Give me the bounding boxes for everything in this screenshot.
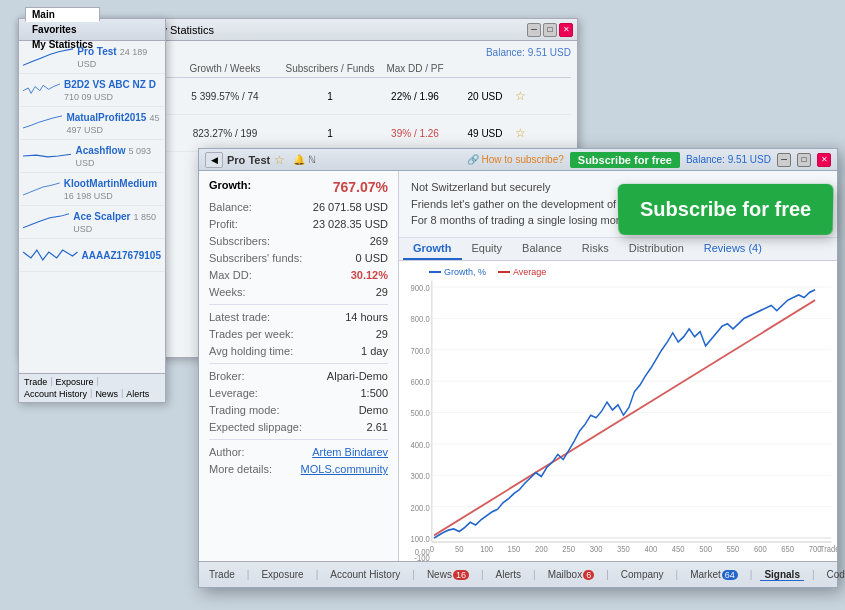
- mini-chart: [23, 143, 71, 169]
- minimize-button[interactable]: ─: [527, 23, 541, 37]
- mini-signal-name: AAAAZ17679105: [82, 250, 162, 261]
- stat-trades-per-week: Trades per week: 29: [209, 328, 388, 340]
- tab-news[interactable]: News: [92, 388, 121, 400]
- stat-author: Author: Artem Bindarev: [209, 446, 388, 458]
- mini-chart: [23, 77, 60, 103]
- stat-weeks: Weeks: 29: [209, 286, 388, 298]
- mini-signal-item[interactable]: B2D2 VS ABC NZ D 710 09 USD: [19, 74, 165, 107]
- tab-growth[interactable]: Growth: [403, 238, 462, 260]
- tab-equity[interactable]: Equity: [462, 238, 513, 260]
- svg-text:350: 350: [617, 543, 630, 554]
- svg-text:500: 500: [699, 543, 712, 554]
- toolbar-account-history[interactable]: Account History: [326, 569, 404, 580]
- stat-profit: Profit: 23 028.35 USD: [209, 218, 388, 230]
- mini-signal-item[interactable]: Pro Test 24 189 USD: [19, 41, 165, 74]
- tab-alerts[interactable]: Alerts: [123, 388, 152, 400]
- signal-subs: 1: [285, 128, 375, 139]
- chart-area: Growth, % Average: [399, 261, 837, 562]
- svg-text:650: 650: [781, 543, 794, 554]
- tab-exposure[interactable]: Exposure: [53, 376, 97, 388]
- stat-sub-funds: Subscribers' funds: 0 USD: [209, 252, 388, 264]
- back-window-controls: ─ □ ✕: [527, 23, 573, 37]
- stat-maxdd: Max DD: 30.12%: [209, 269, 388, 281]
- toolbar-mailbox[interactable]: Mailbox6: [544, 569, 598, 580]
- stat-avg-holding: Avg holding time: 1 day: [209, 345, 388, 357]
- tab-account-history[interactable]: Account History: [21, 388, 90, 400]
- svg-text:50: 50: [455, 543, 464, 554]
- mini-chart: [23, 209, 69, 235]
- toolbar-news[interactable]: News16: [423, 569, 473, 580]
- tab-balance[interactable]: Balance: [512, 238, 572, 260]
- stat-balance: Balance: 26 071.58 USD: [209, 201, 388, 213]
- maximize-button[interactable]: □: [797, 153, 811, 167]
- star-icon[interactable]: ☆: [515, 126, 535, 140]
- mini-signal-item[interactable]: Ace Scalper 1 850 USD: [19, 206, 165, 239]
- toolbar-company[interactable]: Company: [617, 569, 668, 580]
- maximize-button[interactable]: □: [543, 23, 557, 37]
- tab-favorites-mini[interactable]: Favorites: [25, 22, 100, 37]
- tab-main-mini[interactable]: Main: [25, 7, 100, 22]
- back-nav-button[interactable]: ◀: [205, 152, 223, 168]
- svg-text:900.0: 900.0: [411, 282, 430, 293]
- svg-text:200: 200: [535, 543, 548, 554]
- toolbar-alerts[interactable]: Alerts: [492, 569, 526, 580]
- legend-average: Average: [498, 267, 546, 277]
- tab-trade[interactable]: Trade: [21, 376, 50, 388]
- svg-text:300.0: 300.0: [411, 470, 430, 481]
- svg-text:100.0: 100.0: [411, 533, 430, 544]
- toolbar-trade[interactable]: Trade: [205, 569, 239, 580]
- mini-signal-name: B2D2 VS ABC NZ D: [64, 79, 156, 90]
- signal-price: 49 USD: [455, 128, 515, 139]
- svg-text:300: 300: [590, 543, 603, 554]
- mini-signal-name: MatualProfit2015: [66, 112, 146, 123]
- stat-trading-mode: Trading mode: Demo: [209, 404, 388, 416]
- how-to-subscribe-link[interactable]: 🔗 How to subscribe?: [467, 154, 564, 165]
- mini-signals-list: Pro Test 24 189 USD B2D2 VS ABC NZ D 710…: [19, 41, 165, 272]
- svg-text:-100: -100: [414, 552, 430, 561]
- mini-signal-item[interactable]: KlootMartinMedium 16 198 USD: [19, 173, 165, 206]
- legend-average-label: Average: [513, 267, 546, 277]
- signal-growth: 823.27% / 199: [165, 128, 285, 139]
- close-button[interactable]: ✕: [559, 23, 573, 37]
- stat-expected-slippage: Expected slippage: 2.61: [209, 421, 388, 433]
- header-right: 🔗 How to subscribe? Subscribe for free B…: [467, 152, 831, 168]
- toolbar-exposure[interactable]: Exposure: [257, 569, 307, 580]
- subscribe-for-free-button[interactable]: Subscribe for free: [570, 152, 680, 168]
- toolbar-market[interactable]: Market64: [686, 569, 742, 580]
- svg-text:250: 250: [562, 543, 575, 554]
- svg-text:550: 550: [727, 543, 740, 554]
- minimize-button[interactable]: ─: [777, 153, 791, 167]
- news-badge: 16: [453, 570, 469, 580]
- more-details-link[interactable]: MOLS.community: [301, 463, 388, 475]
- star-icon[interactable]: ☆: [515, 89, 535, 103]
- stat-subscribers: Subscribers: 269: [209, 235, 388, 247]
- svg-text:100: 100: [480, 543, 493, 554]
- stats-header: Growth: 767.07%: [209, 179, 388, 195]
- star-icon[interactable]: ☆: [274, 153, 285, 167]
- mini-signal-name: Ace Scalper: [73, 211, 130, 222]
- growth-chart: 900.0 800.0 700.0 600.0 500.0 400.0 300.…: [399, 261, 837, 562]
- svg-text:400: 400: [644, 543, 657, 554]
- tab-risks[interactable]: Risks: [572, 238, 619, 260]
- mini-signal-item[interactable]: AAAAZ17679105: [19, 239, 165, 272]
- svg-text:500.0: 500.0: [411, 407, 430, 418]
- toolbar-code-base[interactable]: Code Base: [823, 569, 845, 580]
- svg-text:400.0: 400.0: [411, 439, 430, 450]
- svg-text:200.0: 200.0: [411, 501, 430, 512]
- svg-text:700.0: 700.0: [411, 345, 430, 356]
- mini-signal-item[interactable]: Acashflow 5 093 USD: [19, 140, 165, 173]
- mini-signal-item[interactable]: MatualProfit2015 45 497 USD: [19, 107, 165, 140]
- tab-distribution[interactable]: Distribution: [619, 238, 694, 260]
- toolbar-signals[interactable]: Signals: [760, 569, 804, 581]
- subscribe-for-free-badge[interactable]: Subscribe for free: [617, 184, 833, 235]
- svg-line-38: [434, 300, 815, 535]
- front-window-title: Pro Test: [227, 154, 270, 166]
- left-panel: Main Favorites My Statistics Pro Test 24…: [18, 18, 166, 403]
- signal-price: 20 USD: [455, 91, 515, 102]
- legend-growth-label: Growth, %: [444, 267, 486, 277]
- mini-chart: [23, 176, 60, 202]
- signal-dd: 22% / 1.96: [375, 91, 455, 102]
- close-button[interactable]: ✕: [817, 153, 831, 167]
- author-link[interactable]: Artem Bindarev: [312, 446, 388, 458]
- tab-reviews[interactable]: Reviews (4): [694, 238, 772, 260]
